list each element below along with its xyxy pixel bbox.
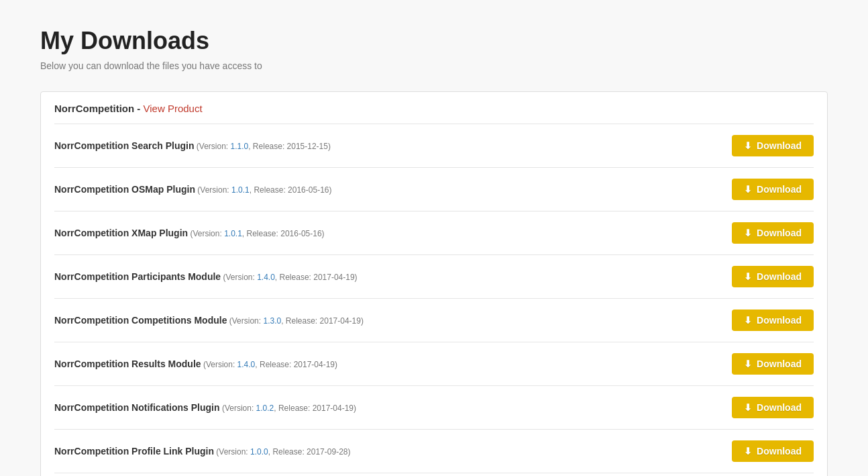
- product-header: NorrCompetition - View Product: [54, 92, 814, 124]
- product-separator: -: [134, 103, 143, 114]
- download-row: NorrCompetition Profile Link Plugin (Ver…: [54, 430, 814, 473]
- file-name: NorrCompetition OSMap Plugin (Version: 1…: [54, 184, 331, 195]
- download-row: NorrCompetition Search Plugin (Version: …: [54, 124, 814, 168]
- version-number: 1.3.0: [263, 316, 281, 326]
- file-meta: (Version: 1.0.2, Release: 2017-04-19): [220, 403, 356, 413]
- download-button-label: Download: [757, 402, 802, 413]
- file-meta: (Version: 1.4.0, Release: 2017-04-19): [201, 360, 337, 369]
- file-name-bold: NorrCompetition Competitions Module: [54, 315, 227, 326]
- file-meta: (Version: 1.1.0, Release: 2015-12-15): [194, 142, 330, 151]
- download-button[interactable]: ⬇Download: [732, 179, 814, 200]
- file-name-bold: NorrCompetition Participants Module: [54, 271, 221, 282]
- file-meta: (Version: 1.0.1, Release: 2016-05-16): [188, 229, 324, 238]
- download-button[interactable]: ⬇Download: [732, 266, 814, 287]
- download-icon: ⬇: [744, 228, 752, 238]
- download-row: NorrCompetition Competitions Module (Ver…: [54, 299, 814, 342]
- download-button-label: Download: [757, 140, 802, 151]
- download-icon: ⬇: [744, 359, 752, 369]
- download-button[interactable]: ⬇Download: [732, 310, 814, 331]
- version-number: 1.1.0: [231, 142, 249, 151]
- download-icon: ⬇: [744, 446, 752, 457]
- download-row: NorrCompetition Notifications Plugin (Ve…: [54, 386, 814, 430]
- file-name-bold: NorrCompetition Profile Link Plugin: [54, 446, 214, 457]
- download-button[interactable]: ⬇Download: [732, 397, 814, 418]
- download-icon: ⬇: [744, 315, 752, 326]
- download-icon: ⬇: [744, 184, 752, 195]
- file-name: NorrCompetition XMap Plugin (Version: 1.…: [54, 228, 325, 238]
- download-icon: ⬇: [744, 402, 752, 413]
- download-row: NorrCompetition OSMap Plugin (Version: 1…: [54, 168, 814, 211]
- download-button-label: Download: [757, 359, 802, 369]
- download-row: NorrCompetition XMap Plugin (Version: 1.…: [54, 211, 814, 255]
- page-subtitle: Below you can download the files you hav…: [40, 60, 828, 71]
- download-button[interactable]: ⬇Download: [732, 353, 814, 375]
- file-name: NorrCompetition Notifications Plugin (Ve…: [54, 402, 356, 413]
- download-button-label: Download: [757, 446, 802, 457]
- file-name: NorrCompetition Search Plugin (Version: …: [54, 140, 331, 151]
- download-button-label: Download: [757, 228, 802, 238]
- download-button[interactable]: ⬇Download: [732, 135, 814, 156]
- download-row: NorrCompetition Results Module (Version:…: [54, 342, 814, 386]
- download-button[interactable]: ⬇Download: [732, 440, 814, 462]
- download-icon: ⬇: [744, 271, 752, 282]
- download-button-label: Download: [757, 184, 802, 195]
- files-list: NorrCompetition Search Plugin (Version: …: [54, 124, 814, 476]
- view-product-link[interactable]: View Product: [144, 103, 203, 114]
- file-name: NorrCompetition Results Module (Version:…: [54, 359, 337, 369]
- version-number: 1.0.2: [256, 403, 274, 413]
- file-name: NorrCompetition Competitions Module (Ver…: [54, 315, 364, 326]
- file-name-bold: NorrCompetition Notifications Plugin: [54, 402, 220, 413]
- download-row: NorrCompetition Participants Module (Ver…: [54, 255, 814, 299]
- download-row: NorrCompetition Component (Version: 1.7.…: [54, 473, 814, 476]
- page-title: My Downloads: [40, 27, 828, 55]
- file-name-bold: NorrCompetition OSMap Plugin: [54, 184, 195, 195]
- file-meta: (Version: 1.0.1, Release: 2016-05-16): [195, 185, 331, 195]
- file-name: NorrCompetition Participants Module (Ver…: [54, 271, 358, 282]
- download-icon: ⬇: [744, 140, 752, 151]
- download-button[interactable]: ⬇Download: [732, 222, 814, 244]
- version-number: 1.4.0: [257, 273, 275, 282]
- version-number: 1.0.0: [250, 447, 268, 457]
- version-number: 1.0.1: [224, 229, 242, 238]
- file-name-bold: NorrCompetition Search Plugin: [54, 140, 194, 151]
- version-number: 1.0.1: [231, 185, 250, 195]
- product-name: NorrCompetition: [54, 103, 134, 114]
- version-number: 1.4.0: [237, 360, 256, 369]
- product-card: NorrCompetition - View Product NorrCompe…: [40, 91, 828, 476]
- file-meta: (Version: 1.0.0, Release: 2017-09-28): [214, 447, 350, 457]
- file-name: NorrCompetition Profile Link Plugin (Ver…: [54, 446, 350, 457]
- file-name-bold: NorrCompetition XMap Plugin: [54, 228, 188, 238]
- file-name-bold: NorrCompetition Results Module: [54, 359, 201, 369]
- download-button-label: Download: [757, 315, 802, 326]
- file-meta: (Version: 1.4.0, Release: 2017-04-19): [221, 273, 357, 282]
- download-button-label: Download: [757, 271, 802, 282]
- file-meta: (Version: 1.3.0, Release: 2017-04-19): [227, 316, 363, 326]
